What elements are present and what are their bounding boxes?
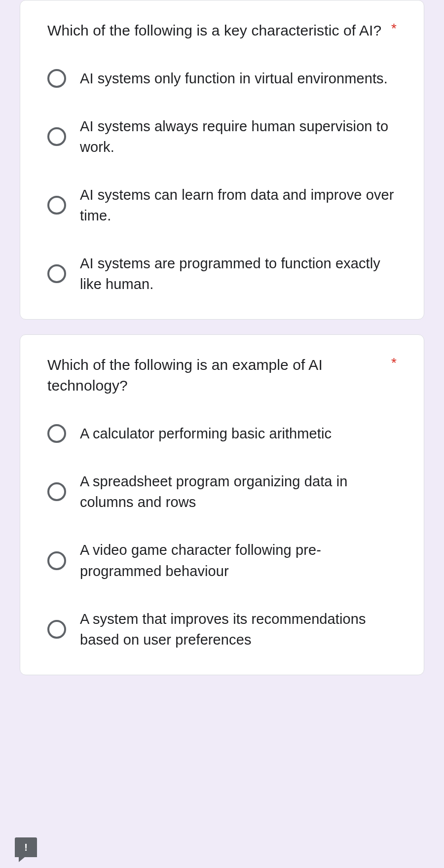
- radio-icon: [47, 264, 66, 283]
- option-label: A video game character following pre-pro…: [80, 540, 397, 581]
- radio-option[interactable]: AI systems only function in virtual envi…: [47, 68, 397, 89]
- question-card: Which of the following is a key characte…: [20, 0, 424, 320]
- radio-option[interactable]: A calculator performing basic arithmetic: [47, 423, 397, 444]
- option-label: AI systems are programmed to function ex…: [80, 253, 397, 294]
- option-label: A calculator performing basic arithmetic: [80, 423, 332, 444]
- question-text: Which of the following is an example of …: [47, 355, 385, 396]
- radio-option[interactable]: AI systems are programmed to function ex…: [47, 253, 397, 294]
- radio-option[interactable]: A video game character following pre-pro…: [47, 540, 397, 581]
- options-group: A calculator performing basic arithmetic…: [47, 423, 397, 650]
- question-header: Which of the following is a key characte…: [47, 20, 397, 41]
- radio-option[interactable]: AI systems can learn from data and impro…: [47, 184, 397, 226]
- option-label: AI systems only function in virtual envi…: [80, 68, 388, 89]
- radio-icon: [47, 424, 66, 443]
- question-text: Which of the following is a key characte…: [47, 20, 385, 41]
- radio-icon: [47, 620, 66, 639]
- radio-icon: [47, 482, 66, 501]
- radio-option[interactable]: AI systems always require human supervis…: [47, 116, 397, 157]
- option-label: A spreadsheet program organizing data in…: [80, 471, 397, 512]
- required-indicator: *: [391, 20, 397, 37]
- radio-option[interactable]: A system that improves its recommendatio…: [47, 609, 397, 650]
- exclamation-icon: !: [24, 842, 28, 852]
- required-indicator: *: [391, 355, 397, 371]
- feedback-button[interactable]: !: [15, 837, 37, 857]
- radio-icon: [47, 69, 66, 88]
- question-card: Which of the following is an example of …: [20, 334, 424, 675]
- option-label: AI systems always require human supervis…: [80, 116, 397, 157]
- option-label: AI systems can learn from data and impro…: [80, 184, 397, 226]
- radio-icon: [47, 551, 66, 570]
- radio-icon: [47, 127, 66, 146]
- radio-icon: [47, 196, 66, 215]
- question-header: Which of the following is an example of …: [47, 355, 397, 396]
- radio-option[interactable]: A spreadsheet program organizing data in…: [47, 471, 397, 512]
- option-label: A system that improves its recommendatio…: [80, 609, 397, 650]
- options-group: AI systems only function in virtual envi…: [47, 68, 397, 294]
